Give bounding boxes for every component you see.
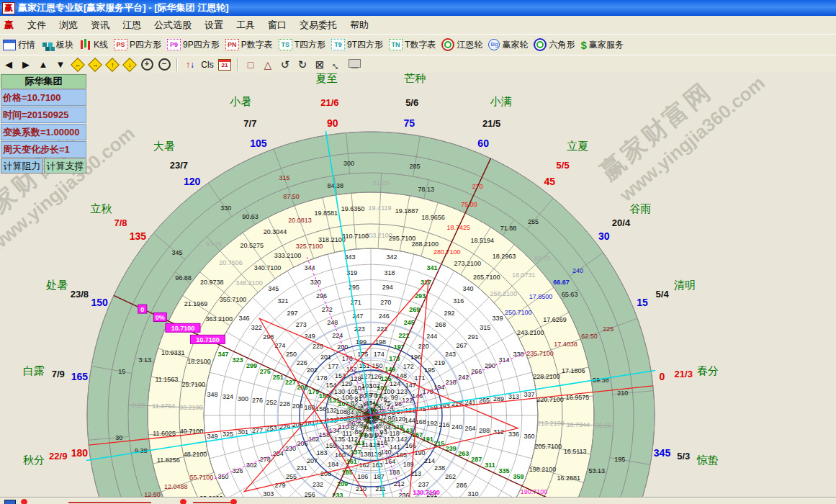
menu-文件[interactable]: 文件 <box>21 17 53 32</box>
wheel-label: 123 <box>397 388 408 395</box>
down-arrow-icon[interactable]: ▼ <box>54 58 67 71</box>
zoom-out-icon[interactable]: − <box>158 58 171 71</box>
赢家轮-icon: Big <box>488 39 500 50</box>
wheel-label: 157 <box>315 418 326 426</box>
menu-资讯[interactable]: 资讯 <box>84 17 116 32</box>
menu-公式选股[interactable]: 公式选股 <box>148 17 198 32</box>
wheel-label: 130 <box>334 388 345 395</box>
toolbutton-板块[interactable]: 板块 <box>41 39 73 51</box>
menu-工具[interactable]: 工具 <box>230 17 261 32</box>
wheel-label: 129 <box>341 380 352 387</box>
wheel-label: 17.6269 <box>543 316 567 323</box>
toolbutton-T四方形[interactable]: TST四方形 <box>279 39 325 51</box>
wheel-label: 165 <box>71 371 89 382</box>
wheel-label: 303.2100 <box>365 232 392 239</box>
wheel-label: 345 <box>172 249 183 256</box>
delete-box-icon[interactable]: ⊠ <box>313 58 326 71</box>
toolbutton-赢家轮[interactable]: Big赢家轮 <box>488 39 528 51</box>
wheel-label: 250.7100 <box>505 309 532 316</box>
shift-right-icon[interactable]: → <box>89 58 102 71</box>
wheel-label: 23/8 <box>71 289 89 300</box>
main-toolbar: 行情板块K线PSP四方形P99P四方形PNP数字表TST四方形T99T四方形TN… <box>0 34 836 55</box>
wheel-label: 205.7100 <box>534 443 562 450</box>
wheel-label: 336 <box>508 431 519 438</box>
toolbutton-P四方形[interactable]: PSP四方形 <box>114 39 161 51</box>
toolbutton-label: 9P四方形 <box>183 39 220 51</box>
menu-帮助[interactable]: 帮助 <box>343 17 375 32</box>
wheel-label: 344 <box>305 264 315 271</box>
menu-窗口[interactable]: 窗口 <box>261 17 293 32</box>
toolbutton-赢家服务[interactable]: $赢家服务 <box>580 39 623 51</box>
calc-support-button[interactable]: 计算支撑 <box>44 158 86 174</box>
wheel-label: 164 <box>385 458 395 465</box>
wheel-label: 324 <box>223 393 233 400</box>
wheel-label: 291 <box>468 333 479 341</box>
wheel-label: 135 <box>130 230 147 242</box>
wheel-label: 150 <box>91 297 108 308</box>
panel-field: 价格=10.7100 <box>1 89 86 106</box>
rotate-ccw-icon[interactable]: ↺ <box>279 58 292 71</box>
menu-江恩[interactable]: 江恩 <box>116 17 148 32</box>
toolbutton-9T四方形[interactable]: T99T四方形 <box>331 39 383 51</box>
toolbutton-P数字表[interactable]: PNP数字表 <box>225 39 273 51</box>
toolbutton-label: K线 <box>94 39 108 51</box>
panel-field: 周天变化步长=1 <box>1 141 86 158</box>
wheel-label: 15 <box>637 297 648 308</box>
scale-tool-icon[interactable]: ↔ <box>328 55 346 73</box>
wheel-label: 17.4038 <box>554 341 577 348</box>
wheel-label: 20.9738 <box>200 279 224 286</box>
wheel-label: 204 <box>292 402 303 410</box>
wheel-label: 338 <box>513 351 524 358</box>
prev-arrow-icon[interactable]: ◀ <box>2 58 15 71</box>
updown-marks-icon[interactable]: ↑↓ <box>184 58 197 71</box>
wheel-label: 341 <box>426 264 437 271</box>
clear-icon[interactable]: Cls <box>201 58 214 71</box>
toolbutton-行情[interactable]: 行情 <box>3 39 35 51</box>
toolbutton-T数字表[interactable]: TNT数字表 <box>389 39 436 51</box>
next-arrow-icon[interactable]: ▶ <box>19 58 32 71</box>
menu-设置[interactable]: 设置 <box>198 17 230 32</box>
up-arrow-icon[interactable]: ▲ <box>37 58 50 71</box>
wheel-label: 81.25 <box>373 179 390 186</box>
wheel-label: 300 <box>238 395 248 402</box>
toolbutton-9P四方形[interactable]: P99P四方形 <box>167 39 220 51</box>
menu-交易委托[interactable]: 交易委托 <box>293 17 343 32</box>
calendar-icon[interactable]: 21 <box>218 58 231 71</box>
gann-wheel-canvas[interactable]: 1234567891011121314151617181920212223242… <box>0 73 836 498</box>
toolbutton-江恩轮[interactable]: 江恩轮 <box>441 38 482 51</box>
wheel-label: 23/7 <box>170 160 188 171</box>
wheel-label: 10.7100 <box>196 336 220 343</box>
wheel-label: 313 <box>508 393 519 400</box>
wheel-label: 168 <box>415 418 426 426</box>
calc-resistance-button[interactable]: 计算阻力 <box>1 158 43 174</box>
wheel-label: 211 <box>375 485 385 492</box>
wheel-label: 321 <box>278 297 289 305</box>
zoom-in-icon[interactable]: + <box>140 58 153 71</box>
rect-tool-icon[interactable]: □ <box>244 58 257 71</box>
wheel-label: 210 <box>617 390 628 397</box>
wheel-label: 265.7100 <box>473 274 500 281</box>
rotate-cw-icon[interactable]: ↻ <box>296 58 309 71</box>
shift-left-icon[interactable]: ← <box>71 58 84 71</box>
wheel-label: 310.7100 <box>341 233 369 240</box>
wheel-label: 134 <box>329 427 340 434</box>
wheel-label: 白露 <box>23 364 45 377</box>
wheel-label: 363.2100 <box>205 315 233 323</box>
wheel-label: 299 <box>246 362 257 369</box>
toolbutton-label: 9T四方形 <box>347 39 383 51</box>
P数字表-icon: PN <box>225 39 239 50</box>
wheel-label: 339 <box>493 315 503 322</box>
triangle-tool-icon[interactable]: △ <box>261 58 274 71</box>
toolbutton-K线[interactable]: K线 <box>79 39 108 51</box>
wheel-label: 5/4 <box>656 289 670 300</box>
menu-浏览[interactable]: 浏览 <box>53 17 84 32</box>
board-tool-icon[interactable] <box>348 58 361 71</box>
wheel-label: 228 <box>279 400 290 408</box>
shift-up-icon[interactable]: ↑ <box>106 58 119 71</box>
toolbutton-六角形[interactable]: 六角形 <box>534 38 575 51</box>
wheel-label: 347 <box>217 351 228 358</box>
wheel-label: 152 <box>346 366 357 373</box>
wheel-label: 182 <box>308 436 319 443</box>
wheel-label: 175 <box>357 351 368 358</box>
shift-down-icon[interactable]: ↓ <box>123 58 136 71</box>
